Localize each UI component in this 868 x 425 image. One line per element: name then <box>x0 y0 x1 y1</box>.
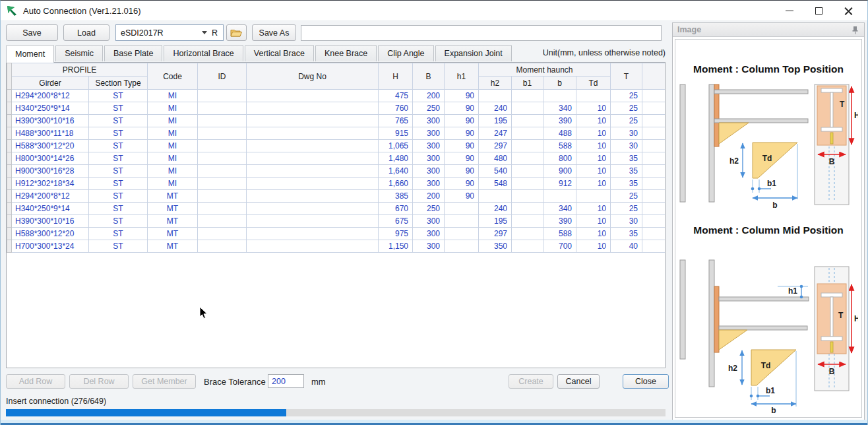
cell-bh[interactable] <box>543 190 576 203</box>
cell-td[interactable]: 10 <box>576 228 611 240</box>
close-dialog-button[interactable]: Close <box>623 374 669 389</box>
table-row[interactable]: H390*300*10*16STMI765300901953901025 <box>7 115 666 127</box>
cell-h1[interactable]: 90 <box>445 190 479 203</box>
cell-h1[interactable] <box>445 240 479 253</box>
cell-end[interactable] <box>642 240 666 253</box>
cell-h[interactable]: 675 <box>379 215 413 228</box>
cell-h2[interactable]: 240 <box>479 203 512 215</box>
brace-tolerance-input[interactable] <box>268 374 304 388</box>
cell-b[interactable]: 300 <box>413 115 445 127</box>
table-row[interactable]: H488*300*11*18STMI915300902474881030 <box>7 127 666 140</box>
cell-id[interactable] <box>198 178 247 190</box>
cell-bh[interactable]: 390 <box>543 215 576 228</box>
cell-section_type[interactable]: ST <box>89 165 148 178</box>
cell-dwg_no[interactable] <box>247 228 379 240</box>
cell-end[interactable] <box>642 127 666 140</box>
table-row[interactable]: H294*200*8*12STMT3852009025 <box>7 190 666 203</box>
cell-girder[interactable]: H800*300*14*26 <box>12 152 89 165</box>
cell-t[interactable]: 35 <box>611 228 642 240</box>
cell-b1[interactable] <box>512 140 543 152</box>
load-button[interactable]: Load <box>63 24 109 41</box>
cell-h[interactable]: 760 <box>379 102 413 115</box>
cell-girder[interactable]: H294*200*8*12 <box>12 90 89 102</box>
cell-id[interactable] <box>198 115 247 127</box>
tab-seismic[interactable]: Seismic <box>55 45 103 61</box>
cell-code[interactable]: MI <box>148 178 198 190</box>
cell-id[interactable] <box>198 127 247 140</box>
cell-h2[interactable]: 540 <box>479 165 512 178</box>
tab-moment[interactable]: Moment <box>6 45 54 63</box>
cell-b1[interactable] <box>512 152 543 165</box>
cell-id[interactable] <box>198 102 247 115</box>
cell-b[interactable]: 300 <box>413 127 445 140</box>
cell-id[interactable] <box>198 90 247 102</box>
cell-dwg_no[interactable] <box>247 140 379 152</box>
cell-b1[interactable] <box>512 203 543 215</box>
cell-h2[interactable] <box>479 90 512 102</box>
cell-end[interactable] <box>642 178 666 190</box>
cell-t[interactable]: 35 <box>611 178 642 190</box>
cell-h2[interactable]: 480 <box>479 152 512 165</box>
table-row[interactable]: H340*250*9*14STMI760250902403401025 <box>7 102 666 115</box>
save-button[interactable]: Save <box>6 24 58 41</box>
cell-h[interactable]: 1,480 <box>379 152 413 165</box>
table-row[interactable]: H390*300*10*16STMT6753001953901030 <box>7 215 666 228</box>
cell-girder[interactable]: H588*300*12*20 <box>12 140 89 152</box>
tab-vertical-brace[interactable]: Vertical Brace <box>245 45 314 61</box>
cell-h1[interactable]: 90 <box>445 140 479 152</box>
cell-girder[interactable]: H390*300*10*16 <box>12 115 89 127</box>
cell-girder[interactable]: H488*300*11*18 <box>12 127 89 140</box>
cell-b1[interactable] <box>512 228 543 240</box>
cell-dwg_no[interactable] <box>247 178 379 190</box>
cell-section_type[interactable]: ST <box>89 178 148 190</box>
cell-h1[interactable] <box>445 228 479 240</box>
cell-b1[interactable] <box>512 127 543 140</box>
table-row[interactable]: H340*250*9*14STMT6702502403401025 <box>7 203 666 215</box>
cell-b[interactable]: 200 <box>413 90 445 102</box>
tab-knee-brace[interactable]: Knee Brace <box>315 45 377 61</box>
cell-bh[interactable]: 340 <box>543 102 576 115</box>
cell-bh[interactable]: 340 <box>543 203 576 215</box>
cell-td[interactable]: 10 <box>576 127 611 140</box>
cell-bh[interactable]: 800 <box>543 152 576 165</box>
cell-bh[interactable]: 900 <box>543 165 576 178</box>
tab-base-plate[interactable]: Base Plate <box>104 45 162 61</box>
cell-code[interactable]: MI <box>148 127 198 140</box>
cell-dwg_no[interactable] <box>247 215 379 228</box>
cell-h2[interactable]: 195 <box>479 115 512 127</box>
cell-end[interactable] <box>642 102 666 115</box>
cell-id[interactable] <box>198 152 247 165</box>
cell-td[interactable] <box>576 90 611 102</box>
cell-t[interactable]: 40 <box>611 240 642 253</box>
cell-dwg_no[interactable] <box>247 165 379 178</box>
cell-code[interactable]: MT <box>148 203 198 215</box>
cell-dwg_no[interactable] <box>247 115 379 127</box>
cell-td[interactable]: 10 <box>576 215 611 228</box>
cell-td[interactable]: 10 <box>576 102 611 115</box>
cell-t[interactable]: 25 <box>611 115 642 127</box>
cell-bh[interactable]: 488 <box>543 127 576 140</box>
cell-td[interactable]: 10 <box>576 115 611 127</box>
cell-h1[interactable] <box>445 215 479 228</box>
cell-section_type[interactable]: ST <box>89 127 148 140</box>
cell-b1[interactable] <box>512 90 543 102</box>
connection-name-input[interactable] <box>301 25 662 41</box>
cell-bh[interactable]: 700 <box>543 240 576 253</box>
cell-dwg_no[interactable] <box>247 240 379 253</box>
cell-code[interactable]: MI <box>148 90 198 102</box>
cell-b1[interactable] <box>512 178 543 190</box>
cell-girder[interactable]: H912*302*18*34 <box>12 178 89 190</box>
cell-h[interactable]: 915 <box>379 127 413 140</box>
cell-h1[interactable]: 90 <box>445 127 479 140</box>
cell-code[interactable]: MT <box>148 215 198 228</box>
cell-h2[interactable]: 240 <box>479 102 512 115</box>
cell-section_type[interactable]: ST <box>89 190 148 203</box>
cell-dwg_no[interactable] <box>247 90 379 102</box>
pin-button[interactable] <box>850 24 860 35</box>
cell-h2[interactable]: 247 <box>479 127 512 140</box>
tab-horizontal-brace[interactable]: Horizontal Brace <box>164 45 243 61</box>
cell-end[interactable] <box>642 140 666 152</box>
cell-code[interactable]: MI <box>148 165 198 178</box>
cell-girder[interactable]: H390*300*10*16 <box>12 215 89 228</box>
cell-end[interactable] <box>642 152 666 165</box>
